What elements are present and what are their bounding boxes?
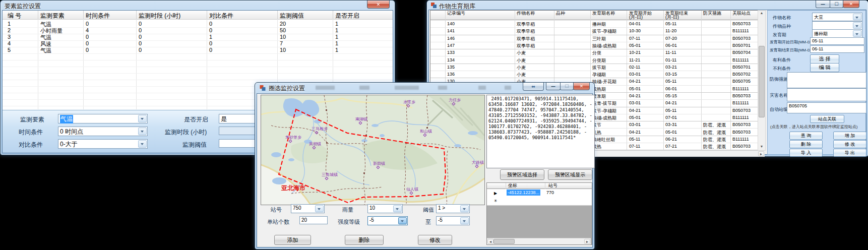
map-place-label: 仙人镇 xyxy=(406,187,418,192)
table-row[interactable]: 133小麦分蘖10-2111-11B050704 xyxy=(430,49,758,56)
level-combo[interactable]: -5 xyxy=(367,216,408,225)
defense-textarea[interactable] xyxy=(787,72,866,88)
client-area-middle: 力任乡水库乡南湖镇和山镇三马相乡朱砂堡乡莫胡镇新田镇大路镇三角城镇仙人镇 亚北海… xyxy=(257,93,593,247)
restore-float-button[interactable]: ⇔ xyxy=(523,83,544,91)
area-grid[interactable]: 坐标 站号 ▶ -45122.12238... 770 ✳ ◄ ► xyxy=(486,182,592,245)
column-header[interactable]: 关联站点 xyxy=(732,11,751,15)
scroll-right-arrow[interactable]: ► xyxy=(584,239,590,244)
crop-name-combo[interactable]: 大豆 xyxy=(812,13,862,21)
modify-button[interactable]: 修 改 xyxy=(833,140,866,148)
column-header[interactable]: 对比条件 xyxy=(209,12,233,20)
column-header[interactable]: 是否开启 xyxy=(335,12,359,20)
favor-select-button[interactable]: 选 择 xyxy=(810,54,839,64)
minimize-button[interactable]: — xyxy=(546,83,561,90)
count-input[interactable]: 20 xyxy=(299,216,328,224)
import-button[interactable]: 导 入 xyxy=(789,149,823,157)
table-row[interactable]: 4风速00071 xyxy=(3,40,393,47)
column-header[interactable]: 发育期开始(月-日) xyxy=(629,11,652,19)
column-header[interactable]: 监测时段 (小时) xyxy=(139,12,180,20)
vscroll-thumb[interactable] xyxy=(759,46,765,117)
table-row[interactable]: 134小麦分蘖期11-2101-11B111111 xyxy=(430,56,758,64)
close-button[interactable]: ✕ xyxy=(573,83,590,90)
table-row[interactable]: 140双季早稻播种期04-0105-11B050703 xyxy=(430,20,758,28)
auto-station-input[interactable]: B050705 xyxy=(787,102,866,113)
map-view[interactable]: 力任乡水库乡南湖镇和山镇三马相乡朱砂堡乡莫胡镇新田镇大路镇三角城镇仙人镇 亚北海… xyxy=(261,95,485,205)
column-header[interactable]: 作物名称 xyxy=(517,11,535,15)
variety-combo[interactable] xyxy=(812,21,862,30)
close-button[interactable]: ✕ xyxy=(367,1,390,9)
column-header[interactable]: 编 号 xyxy=(8,12,21,20)
column-header[interactable]: 监测阈值 xyxy=(280,12,304,20)
table-row[interactable]: 146双季早稻三叶期07-1107-20B050703 xyxy=(430,35,758,42)
modify-button[interactable]: 修改 xyxy=(418,235,452,245)
titlebar-right[interactable]: 作物生育期库 — ☐ ✕ xyxy=(427,1,868,10)
add-button[interactable]: 添加 xyxy=(274,235,311,245)
delete-button[interactable]: 删 除 xyxy=(789,140,823,148)
table-row[interactable]: 147双季早稻抽穗-成熟期05-0106-01B050701 xyxy=(430,42,758,49)
hscroll-thumb[interactable] xyxy=(493,239,515,244)
stage-start-input[interactable]: 05-11 xyxy=(810,37,864,45)
titlebar-middle[interactable]: 圈选监控设置 ⇔ — ☐ ✕ xyxy=(255,83,594,92)
table-row[interactable]: 3气温001101 xyxy=(3,34,393,40)
column-header[interactable]: 防灾措施 xyxy=(703,11,721,15)
delete-button[interactable]: 删除 xyxy=(345,235,384,245)
add-button[interactable]: 增 加 xyxy=(833,132,866,140)
rain-label: 雨量 xyxy=(342,206,353,214)
table-row[interactable]: 136小麦孕穗期03-0103-15B050702 xyxy=(430,71,758,78)
map-place-label: 三角城镇 xyxy=(322,172,338,177)
stage-combo[interactable]: 播种期 xyxy=(812,29,862,38)
station-link-button[interactable]: 站点关联 xyxy=(810,115,844,123)
station-no-combo[interactable]: 750 xyxy=(291,204,325,213)
station-no-label: 站号 xyxy=(271,206,282,214)
scroll-left-arrow[interactable]: ◄ xyxy=(487,239,493,244)
column-header[interactable]: 发育期名称 xyxy=(592,11,615,15)
table-header[interactable]: 编 号监测要素时间条件监测时段 (小时)对比条件监测阈值是否开启 xyxy=(3,11,393,20)
export-button[interactable]: 导 出 xyxy=(833,149,866,157)
maximize-button[interactable]: ☐ xyxy=(830,1,843,8)
scroll-up-arrow[interactable]: ▲ xyxy=(759,11,765,16)
disaster-textarea[interactable] xyxy=(787,88,866,101)
column-header[interactable]: 发育期结束(月-日) xyxy=(665,11,688,19)
column-header[interactable]: 监测要素 xyxy=(40,12,65,20)
warning-area-show-button[interactable]: 预警区域显示 xyxy=(548,169,592,180)
table-row[interactable]: 2小时雨量400501 xyxy=(3,27,393,34)
table-row[interactable]: 135小麦拔节期02-1103-21B050701 xyxy=(430,64,758,71)
element-label: 监测要素 xyxy=(20,115,44,124)
column-header[interactable]: 时间条件 xyxy=(86,12,110,20)
warning-area-select-button[interactable]: 预警区域选择 xyxy=(500,169,544,180)
table-vscrollbar[interactable]: ▲ ▼ xyxy=(758,10,766,151)
maximize-button[interactable]: ☐ xyxy=(560,83,574,90)
stage-end-input[interactable]: 06-11 xyxy=(810,45,864,53)
selected-cell: -45122.12238... xyxy=(507,190,540,196)
time-cond-combo[interactable]: 0 时间点 xyxy=(58,127,148,136)
crop-name-label: 作物名称 xyxy=(773,15,791,21)
threshold-combo[interactable]: 1 > xyxy=(436,204,470,213)
coordinates-textarea[interactable]: 2491.017203471, 905914.11175410, 63458.1… xyxy=(486,95,595,168)
scroll-right-arrow[interactable]: ► xyxy=(758,151,764,156)
compare-combo[interactable]: 0-大于 xyxy=(58,139,148,149)
disaster-label: 灾害名称 xyxy=(770,92,788,99)
table-row[interactable]: 141双季早稻拔节-孕穗期10-3011-20B111111 xyxy=(430,27,758,35)
titlebar-left[interactable]: 要素监控设置 ✕ xyxy=(1,1,395,10)
table-row[interactable]: 1气温000201 xyxy=(3,21,393,27)
defense-label: 防御措施 xyxy=(770,76,788,83)
stage-end-label: 发育期结束日期(MM-DD): xyxy=(770,47,816,53)
favor-label: 有利条件 xyxy=(773,57,791,64)
column-header[interactable]: 记录编号 xyxy=(447,11,465,15)
count-label: 单站个数 xyxy=(267,218,289,226)
window-title: 要素监控设置 xyxy=(5,2,41,11)
table-header[interactable]: 记录编号作物名称品种发育期名称发育期开始(月-日)发育期结束(月-日)防灾措施关… xyxy=(430,11,758,20)
window-title: 圈选监控设置 xyxy=(269,84,305,93)
close-button[interactable]: ✕ xyxy=(843,1,859,8)
rain-combo[interactable]: 10 xyxy=(367,204,403,213)
variety-label: 作物品种 xyxy=(773,23,791,30)
scroll-down-arrow[interactable]: ▼ xyxy=(759,145,765,150)
minimize-button[interactable]: — xyxy=(816,1,830,8)
column-header[interactable]: 品种 xyxy=(556,11,565,15)
element-combo[interactable]: 气温 xyxy=(58,114,148,123)
table-row[interactable]: 5气温000101 xyxy=(3,47,393,53)
to-combo[interactable]: -5 xyxy=(436,216,470,225)
unfavor-edit-button[interactable]: 编 辑 xyxy=(810,63,839,72)
level-label: 强度等级 xyxy=(338,218,360,226)
query-button[interactable]: 查 询 xyxy=(789,132,823,140)
